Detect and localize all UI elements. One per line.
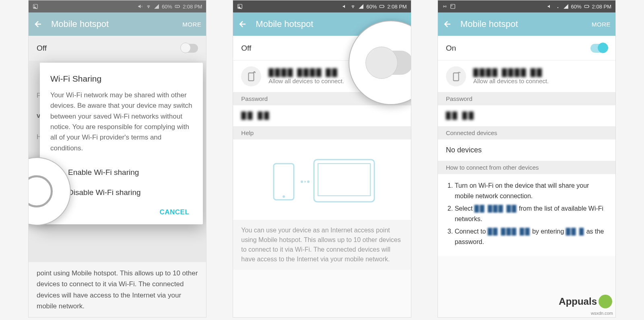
howto-step-3: Connect to ██ ███ ██ by entering ██ █ as… [455,226,607,247]
mute-icon [342,4,348,9]
watermark: wsxdn.com [591,311,613,316]
toggle-state-label: Off [241,44,251,53]
help-header: Help [233,126,411,139]
svg-rect-9 [274,164,294,200]
svg-rect-17 [450,4,455,9]
option-disable-wifi-sharing[interactable]: Disable Wi-Fi sharing [50,183,192,203]
svg-rect-7 [384,6,384,7]
help-text-partial: point using Mobile hotspot. This allows … [29,262,206,317]
howto-step-1: Turn on Wi-Fi on the device that will sh… [455,181,607,201]
toggle-switch-on[interactable] [590,44,607,53]
hotspot-allow-label: Allow all devices to connect. [473,78,607,84]
app-bar-title: Mobile hotspot [51,19,182,29]
svg-rect-20 [588,6,589,7]
status-time: 2:08 PM [183,4,202,10]
option-disable-label: Disable Wi-Fi sharing [68,188,141,197]
cancel-button[interactable]: CANCEL [50,203,192,219]
svg-rect-6 [380,5,384,8]
password-blurred: ██ █ [566,228,584,235]
no-devices-label: No devices [438,139,615,161]
svg-rect-21 [453,73,458,81]
svg-point-11 [301,181,303,183]
app-bar: Mobile hotspot MORE [438,12,615,36]
app-bar-title: Mobile hotspot [460,19,592,29]
svg-point-5 [239,5,239,6]
password-row[interactable]: ██ ██ [233,105,411,126]
image-icon [450,4,456,9]
battery-charging-icon [584,4,590,9]
battery-percent: 60% [366,4,377,10]
connected-devices-header: Connected devices [438,126,615,139]
dialog-body: Your Wi-Fi network may be shared with ot… [50,90,192,154]
battery-percent: 60% [571,4,582,10]
image-icon [237,4,243,9]
svg-rect-2 [175,5,180,8]
option-enable-label: Enable Wi-Fi sharing [68,168,139,177]
status-bar: 60% 2:08 PM [29,0,206,12]
mute-icon [547,4,553,9]
dialog-title: Wi-Fi Sharing [50,74,192,84]
howto-header: How to connect from other devices [438,161,615,174]
screen-1-wifi-sharing-dialog: 60% 2:08 PM Mobile hotspot MORE Off Pa v… [28,0,206,318]
battery-percent: 60% [162,4,172,10]
toggle-state-label: Off [37,44,47,53]
zoomed-toggle-thumb [365,47,398,79]
status-time: 2:08 PM [592,4,611,10]
wifi-icon [350,4,356,9]
wifi-tether-icon [442,4,448,9]
screen-3-hotspot-on: 60% 2:08 PM Mobile hotspot MORE On ████ … [438,0,616,318]
help-text: You can use your device as an Internet a… [233,220,411,270]
svg-point-13 [307,181,310,183]
svg-point-16 [444,6,445,7]
status-time: 2:08 PM [387,4,407,10]
app-bar: Mobile hotspot MORE [29,12,206,36]
hotspot-device-icon [241,66,261,86]
back-arrow-icon[interactable] [238,19,248,29]
svg-rect-19 [584,5,589,8]
svg-point-10 [283,195,285,198]
screen-2-hotspot-off: 60% 2:08 PM Mobile hotspot Off ████ ████… [233,0,411,318]
svg-rect-15 [318,164,370,196]
svg-point-1 [34,5,35,6]
signal-icon [358,4,364,9]
svg-rect-3 [180,6,180,7]
wifi-icon [555,4,561,9]
password-blurred: ██ ██ [241,112,270,119]
appuals-logo: Appuals [559,295,612,308]
svg-point-18 [451,5,452,6]
svg-rect-8 [249,73,254,81]
wifi-icon [146,4,151,9]
zoomed-toggle-track [369,51,411,75]
ssid-blurred: ██ ███ ██ [475,205,517,212]
hotspot-name-row[interactable]: ████ ████ ██ Allow all devices to connec… [438,61,615,92]
toggle-switch[interactable] [181,44,198,53]
status-bar: 60% 2:08 PM [233,0,411,12]
mute-icon [138,4,143,9]
toggle-state-label: On [446,44,456,53]
more-button[interactable]: MORE [592,21,611,28]
password-header: Password [438,92,615,105]
help-illustration [233,139,411,220]
hotspot-ssid-blurred: ████ ████ ██ [473,68,543,77]
hotspot-toggle-row[interactable]: On [438,36,615,61]
back-arrow-icon[interactable] [443,19,452,29]
back-arrow-icon[interactable] [33,19,43,29]
option-enable-wifi-sharing[interactable]: Enable Wi-Fi sharing [50,162,192,183]
more-button[interactable]: MORE [182,21,201,28]
howto-instructions: Turn on Wi-Fi on the device that will sh… [438,174,615,256]
hotspot-toggle-row[interactable]: Off [29,36,206,61]
status-bar: 60% 2:08 PM [438,0,615,12]
signal-icon [154,4,159,9]
zoomed-radio-icon [28,175,53,207]
hotspot-ssid-blurred: ████ ████ ██ [268,68,339,77]
battery-charging-icon [379,4,385,9]
password-blurred: ██ ██ [446,112,475,119]
ssid-blurred: ██ ███ ██ [487,228,530,235]
hotspot-device-icon [446,66,466,86]
image-icon [33,4,38,9]
howto-step-2: Select ██ ███ ██ from the list of availa… [455,203,607,224]
signal-icon [563,4,569,9]
password-row[interactable]: ██ ██ [438,105,615,126]
battery-charging-icon [175,4,180,9]
svg-point-12 [304,181,306,183]
